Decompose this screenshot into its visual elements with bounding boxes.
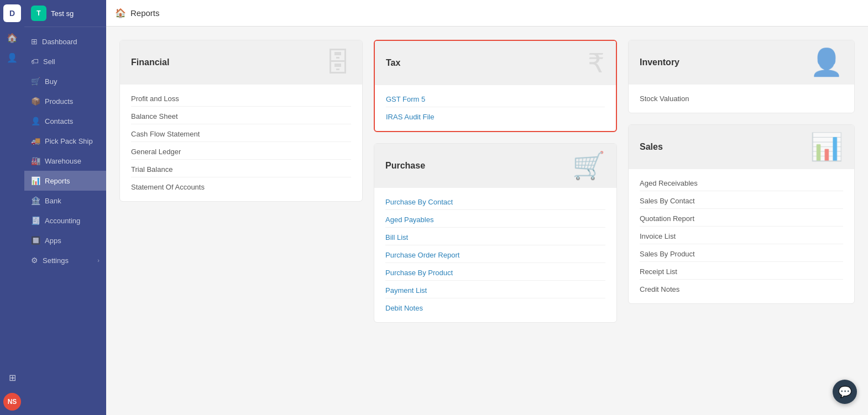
purchase-link-purchase-by-contact[interactable]: Purchase By Contact [385, 195, 605, 210]
sidebar-label-pick-pack-ship: Pick Pack Ship [45, 137, 93, 145]
sidebar-item-products[interactable]: 📦Products [24, 91, 106, 111]
financial-link-general-ledger[interactable]: General Ledger [131, 144, 351, 160]
tax-card-header: Tax ₹ [375, 41, 616, 85]
user-avatar-icon[interactable]: NS [3, 393, 21, 411]
sidebar-icon-buy: 🛒 [31, 77, 40, 86]
sidebar-label-apps: Apps [45, 237, 61, 245]
col-center: Tax ₹ GST Form 5IRAS Audit File Purchase… [374, 40, 617, 402]
sales-link-sales-by-product[interactable]: Sales By Product [640, 246, 843, 262]
sidebar-header: T Test sg [24, 0, 106, 27]
icon-sidebar: D 🏠 👤 ⊞ NS [0, 0, 24, 415]
sidebar-item-accounting[interactable]: 🧾Accounting [24, 211, 106, 230]
sales-link-invoice-list[interactable]: Invoice List [640, 229, 843, 244]
sidebar-label-contacts: Contacts [45, 117, 73, 125]
purchase-link-bill-list[interactable]: Bill List [385, 230, 605, 245]
tax-card-icon: ₹ [588, 48, 605, 78]
financial-link-statement-of-accounts[interactable]: Statement Of Accounts [131, 180, 351, 195]
sidebar-label-sell: Sell [43, 57, 55, 66]
sidebar-icon-products: 📦 [31, 97, 40, 106]
sidebar-icon-settings: ⚙ [31, 256, 38, 265]
page-title: Reports [130, 8, 160, 18]
purchase-card-links: Purchase By ContactAged PayablesBill Lis… [374, 188, 616, 322]
sidebar-icon-sell: 🏷 [31, 57, 39, 66]
sales-card-links: Aged ReceivablesSales By ContactQuotatio… [629, 169, 854, 303]
apps-nav-icon[interactable]: ⊞ [3, 369, 21, 386]
financial-card-icon: 🗄 [325, 48, 351, 78]
sales-link-aged-receivables[interactable]: Aged Receivables [640, 176, 843, 191]
financial-link-balance-sheet[interactable]: Balance Sheet [131, 109, 351, 124]
app-logo[interactable]: D [3, 4, 21, 22]
sidebar-item-pick-pack-ship[interactable]: 🚚Pick Pack Ship [24, 131, 106, 151]
main-sidebar: T Test sg ⊞Dashboard🏷Sell🛒Buy📦Products👤C… [24, 0, 106, 415]
purchase-link-debit-notes[interactable]: Debit Notes [385, 301, 605, 316]
purchase-card-header: Purchase 🛒 [374, 144, 616, 188]
sidebar-label-products: Products [45, 97, 73, 106]
topbar-home-icon[interactable]: 🏠 [115, 8, 126, 18]
sidebar-item-settings[interactable]: ⚙Settings› [24, 250, 106, 270]
sidebar-label-settings: Settings [43, 256, 69, 265]
sidebar-item-contacts[interactable]: 👤Contacts [24, 111, 106, 131]
sidebar-item-bank[interactable]: 🏦Bank [24, 191, 106, 211]
inventory-card: Inventory 👤 Stock Valuation [628, 40, 855, 113]
col-right: Inventory 👤 Stock Valuation Sales 📊 Aged… [628, 40, 855, 402]
sidebar-icon-dashboard: ⊞ [31, 37, 38, 46]
sidebar-icon-accounting: 🧾 [31, 216, 40, 225]
financial-card-title: Financial [131, 57, 169, 67]
tax-link-gst-form-5[interactable]: GST Form 5 [386, 92, 605, 107]
sidebar-icon-reports: 📊 [31, 176, 40, 185]
sidebar-label-dashboard: Dashboard [42, 38, 77, 46]
sales-card-header: Sales 📊 [629, 125, 854, 169]
sidebar-label-buy: Buy [45, 77, 57, 86]
financial-link-profit-and-loss[interactable]: Profit and Loss [131, 91, 351, 107]
tax-card: Tax ₹ GST Form 5IRAS Audit File [374, 40, 617, 132]
inventory-link-stock-valuation[interactable]: Stock Valuation [640, 91, 843, 106]
purchase-card: Purchase 🛒 Purchase By ContactAged Payab… [374, 143, 617, 323]
sidebar-icon-pick-pack-ship: 🚚 [31, 136, 40, 145]
sales-link-credit-notes[interactable]: Credit Notes [640, 282, 843, 297]
purchase-link-payment-list[interactable]: Payment List [385, 283, 605, 298]
sidebar-label-accounting: Accounting [45, 217, 80, 225]
sidebar-user-avatar: T [31, 6, 46, 21]
sidebar-icon-warehouse: 🏭 [31, 156, 40, 165]
topbar: 🏠 Reports [106, 0, 868, 27]
sales-link-quotation-report[interactable]: Quotation Report [640, 211, 843, 227]
purchase-card-icon: 🛒 [572, 150, 605, 181]
sidebar-icon-bank: 🏦 [31, 196, 40, 205]
sales-link-receipt-list[interactable]: Receipt List [640, 264, 843, 280]
sidebar-item-sell[interactable]: 🏷Sell [24, 51, 106, 71]
settings-chevron-icon: › [97, 257, 100, 264]
sidebar-label-warehouse: Warehouse [45, 157, 81, 165]
sidebar-icon-apps: 🔲 [31, 236, 40, 245]
purchase-link-aged-payables[interactable]: Aged Payables [385, 212, 605, 228]
sidebar-item-reports[interactable]: 📊Reports [24, 171, 106, 191]
sidebar-nav: ⊞Dashboard🏷Sell🛒Buy📦Products👤Contacts🚚Pi… [24, 27, 106, 275]
sidebar-icon-contacts: 👤 [31, 117, 40, 125]
inventory-card-icon: 👤 [810, 47, 843, 78]
sidebar-item-apps[interactable]: 🔲Apps [24, 230, 106, 250]
financial-link-trial-balance[interactable]: Trial Balance [131, 162, 351, 177]
sidebar-item-buy[interactable]: 🛒Buy [24, 71, 106, 91]
financial-link-cash-flow-statement[interactable]: Cash Flow Statement [131, 127, 351, 142]
purchase-link-purchase-order-report[interactable]: Purchase Order Report [385, 248, 605, 263]
purchase-link-purchase-by-product[interactable]: Purchase By Product [385, 265, 605, 281]
inventory-card-header: Inventory 👤 [629, 40, 854, 85]
main-content: Financial 🗄 Profit and LossBalance Sheet… [106, 27, 868, 415]
inventory-card-title: Inventory [640, 57, 679, 67]
tax-card-links: GST Form 5IRAS Audit File [375, 85, 616, 131]
sidebar-label-bank: Bank [45, 197, 61, 205]
sidebar-item-warehouse[interactable]: 🏭Warehouse [24, 151, 106, 171]
sidebar-label-reports: Reports [45, 177, 70, 185]
sales-link-sales-by-contact[interactable]: Sales By Contact [640, 193, 843, 209]
sidebar-username: Test sg [51, 9, 74, 18]
person-nav-icon[interactable]: 👤 [3, 49, 21, 66]
sales-card-icon: 📊 [810, 132, 843, 162]
home-nav-icon[interactable]: 🏠 [3, 29, 21, 46]
tax-link-iras-audit-file[interactable]: IRAS Audit File [386, 109, 605, 124]
chat-bubble[interactable]: 💬 [833, 380, 857, 404]
sales-card: Sales 📊 Aged ReceivablesSales By Contact… [628, 124, 855, 304]
financial-card: Financial 🗄 Profit and LossBalance Sheet… [119, 40, 363, 202]
tax-card-title: Tax [386, 58, 400, 68]
sidebar-item-dashboard[interactable]: ⊞Dashboard [24, 31, 106, 51]
financial-card-links: Profit and LossBalance SheetCash Flow St… [120, 85, 362, 201]
col-financial: Financial 🗄 Profit and LossBalance Sheet… [119, 40, 363, 402]
